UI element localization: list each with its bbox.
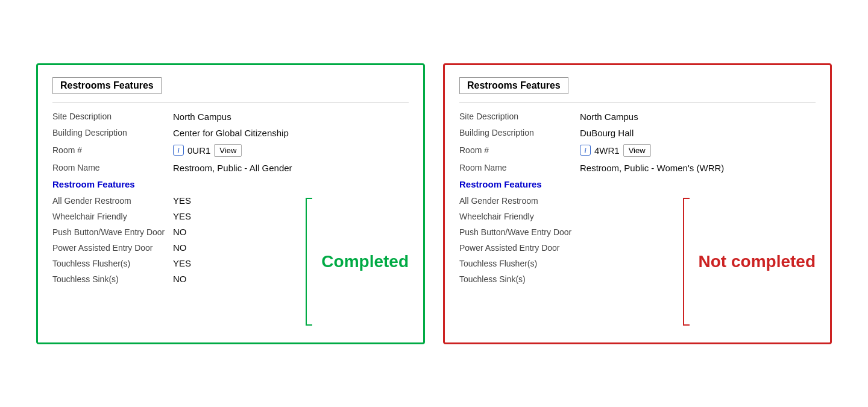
feature-label: Touchless Flusher(s) (459, 258, 580, 269)
room-row-left: Room # i 0UR1 View (52, 144, 409, 157)
room-name-row-left: Room Name Restroom, Public - All Gender (52, 163, 409, 173)
room-name-value-right: Restroom, Public - Women's (WRR) (580, 163, 724, 173)
features-list-right: All Gender Restroom Wheelchair Friendly … (459, 195, 673, 328)
panel-right: Restrooms Features Site Description Nort… (443, 63, 832, 344)
feature-row: Touchless Sink(s) (459, 274, 673, 285)
features-list-left: All Gender Restroom YES Wheelchair Frien… (52, 195, 296, 328)
feature-row: Power Assisted Entry Door (459, 242, 673, 253)
site-label-left: Site Description (52, 112, 173, 121)
completed-label: Completed (321, 252, 409, 271)
feature-value: YES (173, 211, 191, 221)
feature-label: Power Assisted Entry Door (459, 242, 580, 253)
feature-label: All Gender Restroom (52, 195, 173, 206)
site-value-right: North Campus (580, 112, 638, 122)
feature-row: Wheelchair Friendly YES (52, 211, 296, 222)
features-heading-left: Restroom Features (52, 179, 409, 189)
feature-value: NO (173, 227, 187, 237)
site-description-row-right: Site Description North Campus (459, 112, 816, 122)
building-label-right: Building Description (459, 128, 580, 137)
features-heading-right: Restroom Features (459, 179, 816, 189)
room-name-row-right: Room Name Restroom, Public - Women's (WR… (459, 163, 816, 173)
feature-label: Push Button/Wave Entry Door (459, 227, 580, 238)
info-icon-right: i (580, 145, 591, 156)
building-value-left: Center for Global Citizenship (173, 128, 289, 138)
features-bracket-left: All Gender Restroom YES Wheelchair Frien… (52, 195, 409, 328)
features-bracket-right: All Gender Restroom Wheelchair Friendly … (459, 195, 816, 328)
feature-row: All Gender Restroom YES (52, 195, 296, 206)
site-description-row-left: Site Description North Campus (52, 112, 409, 122)
feature-label: Push Button/Wave Entry Door (52, 227, 173, 238)
view-button-left[interactable]: View (214, 144, 242, 157)
feature-label: Wheelchair Friendly (459, 211, 580, 222)
feature-label: Power Assisted Entry Door (52, 242, 173, 253)
feature-value: YES (173, 195, 191, 206)
bracket-right-left: Completed (296, 195, 409, 328)
bracket-svg-right (681, 195, 693, 328)
feature-row: Push Button/Wave Entry Door NO (52, 227, 296, 238)
building-label-left: Building Description (52, 128, 173, 137)
room-row-right: Room # i 4WR1 View (459, 144, 816, 157)
feature-value: NO (173, 242, 187, 253)
bracket-right-right: Not completed (673, 195, 816, 328)
room-label-right: Room # (459, 145, 580, 155)
room-name-label-left: Room Name (52, 163, 173, 172)
feature-row: Wheelchair Friendly (459, 211, 673, 222)
feature-label: Touchless Flusher(s) (52, 258, 173, 269)
building-description-row-right: Building Description DuBourg Hall (459, 128, 816, 138)
feature-row: Touchless Flusher(s) (459, 258, 673, 269)
view-button-right[interactable]: View (623, 144, 651, 157)
site-value-left: North Campus (173, 112, 231, 122)
panel-left: Restrooms Features Site Description Nort… (36, 63, 425, 344)
feature-row: Push Button/Wave Entry Door (459, 227, 673, 238)
feature-row: Touchless Flusher(s) YES (52, 258, 296, 269)
bracket-svg-left (303, 195, 315, 328)
feature-label: Touchless Sink(s) (459, 274, 580, 285)
feature-value: YES (173, 258, 191, 268)
room-label-left: Room # (52, 145, 173, 155)
feature-label: All Gender Restroom (459, 195, 580, 206)
room-number-right: 4WR1 (594, 145, 620, 156)
feature-label: Wheelchair Friendly (52, 211, 173, 222)
room-name-label-right: Room Name (459, 163, 580, 172)
feature-row: All Gender Restroom (459, 195, 673, 206)
room-number-left: 0UR1 (187, 145, 210, 156)
feature-row: Power Assisted Entry Door NO (52, 242, 296, 253)
panel-right-title: Restrooms Features (459, 77, 568, 94)
building-value-right: DuBourg Hall (580, 128, 634, 138)
feature-row: Touchless Sink(s) NO (52, 274, 296, 285)
panels-container: Restrooms Features Site Description Nort… (36, 63, 832, 344)
feature-value: NO (173, 274, 187, 284)
panel-left-title: Restrooms Features (52, 77, 162, 94)
building-description-row-left: Building Description Center for Global C… (52, 128, 409, 138)
info-icon-left: i (173, 145, 184, 156)
site-label-right: Site Description (459, 112, 580, 121)
room-name-value-left: Restroom, Public - All Gender (173, 163, 292, 173)
feature-label: Touchless Sink(s) (52, 274, 173, 285)
not-completed-label: Not completed (699, 252, 816, 271)
